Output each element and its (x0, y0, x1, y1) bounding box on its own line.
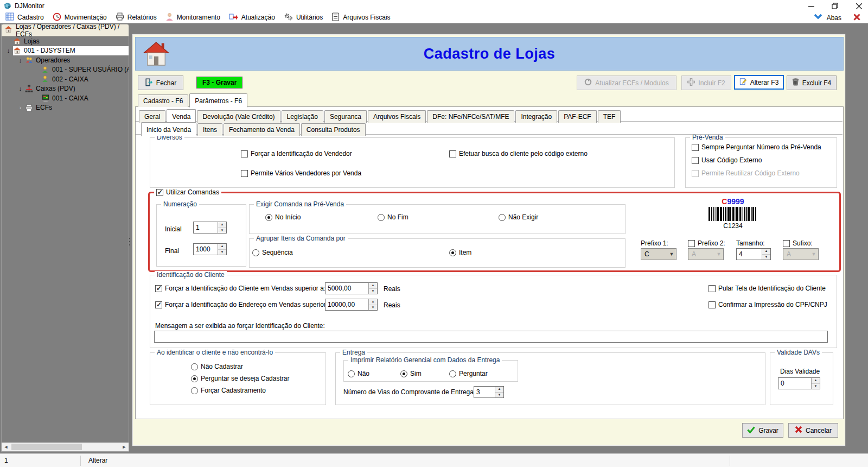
exit-door-icon (145, 78, 153, 88)
tree-item-lojas[interactable]: Lojas (2, 36, 129, 46)
alterar-button[interactable]: Alterar F3 (734, 75, 784, 90)
label-numero-vias: Número de Vias do Comprovante de Entrega… (343, 388, 475, 396)
minimize-button[interactable] (806, 1, 816, 11)
atualizar-ecfs-button[interactable]: Atualizar ECFs / Modulos (577, 75, 676, 90)
gravar-button[interactable]: Gravar (742, 423, 783, 438)
scroll-left-icon[interactable]: ◄ (2, 444, 10, 450)
tab-fechamento-da-venda[interactable]: Fechamento da Venda (224, 123, 300, 136)
abas-close-icon[interactable] (853, 14, 860, 22)
checkbox-sempre-perguntar-prevenda[interactable]: Sempre Perguntar Número da Pré-Venda (692, 143, 821, 151)
menu-item-relatorios[interactable]: Relatórios (113, 12, 163, 23)
tab-integracao[interactable]: Integração (515, 110, 557, 123)
menu-item-arquivos-fiscais[interactable]: Arquivos Fiscais (329, 12, 397, 23)
maximize-button[interactable] (830, 1, 840, 11)
checkbox-forcar-identificacao-cliente[interactable]: Forçar a Identificação do Cliente em Ven… (155, 285, 326, 292)
tree-horizontal-scrollbar[interactable]: ◄ ► (2, 443, 129, 451)
menu-item-cadastro[interactable]: Cadastro (3, 12, 50, 23)
cancelar-button[interactable]: Cancelar (788, 423, 838, 438)
label-inicial: Inicial (165, 225, 182, 233)
incluir-button[interactable]: Incluir F2 (681, 75, 731, 90)
window-title: DJMonitor (15, 2, 44, 10)
tab-seguranca[interactable]: Seguranca (324, 110, 367, 123)
spin-dias-validade[interactable]: 0 ▲▼ (778, 377, 820, 389)
tree-item-001-caixa[interactable]: 001 - CAIXA (2, 93, 129, 103)
tree-item-caixas-pdv[interactable]: ↓ Caixas (PDV) (2, 84, 129, 94)
checkbox-forcar-identificacao-endereco[interactable]: Forçar a Identificação do Endereço em Ve… (155, 301, 333, 308)
checkbox-prefixo2[interactable]: Prefixo 2: (688, 239, 725, 247)
radio-entrega-perguntar[interactable]: Perguntar (449, 370, 488, 377)
radio-item[interactable]: Item (449, 249, 471, 256)
radio-forcar-cadastramento[interactable]: Forçar Cadastramento (191, 387, 266, 394)
radio-no-fim[interactable]: No Fim (378, 213, 409, 221)
menu-item-atualizacao[interactable]: Atualização (227, 12, 282, 23)
table-icon (5, 12, 14, 22)
spin-numeracao-inicial[interactable]: 1 ▲▼ (193, 222, 227, 234)
radio-entrega-sim[interactable]: Sim (400, 370, 422, 377)
checkbox-usar-codigo-externo[interactable]: Usar Código Externo (692, 156, 762, 164)
radio-nao-cadastrar[interactable]: Não Cadastrar (191, 363, 243, 370)
tree-item-operadores[interactable]: ↓ Operadores (2, 55, 129, 65)
checkbox-utilizar-comandas[interactable]: Utilizar Comandas (154, 188, 221, 196)
tab-arquivos-fiscais[interactable]: Arquivos Fiscais (368, 110, 426, 123)
radio-no-inicio[interactable]: No Início (265, 213, 301, 221)
tab-tef[interactable]: TEF (598, 110, 621, 123)
menu-item-utilitarios[interactable]: Utilitários (282, 12, 329, 23)
abas-chevron-icon[interactable] (814, 14, 822, 22)
spin-tamanho[interactable]: 4 ▲▼ (736, 248, 771, 260)
tree-item-001-djsystem[interactable]: ↓ 001 - DJSYSTEM (2, 46, 129, 56)
scroll-right-icon[interactable]: ► (120, 444, 129, 450)
checkbox-forcar-vendedor[interactable]: Forçar a Identificação do Vendedor (241, 150, 352, 157)
tree-panel: Lojas / Operadores / Caixas (PDV) / ECFs… (1, 24, 129, 452)
tab-consulta-produtos[interactable]: Consulta Produtos (301, 123, 366, 136)
tab-legislacao[interactable]: Legislação (282, 110, 323, 123)
checkbox-sufixo[interactable]: Sufixo: (783, 239, 813, 247)
tree-panel-tab[interactable]: Lojas / Operadores / Caixas (PDV) / ECFs (2, 24, 129, 36)
radio-entrega-nao[interactable]: Não (348, 370, 369, 377)
close-button[interactable] (854, 1, 864, 11)
menu-item-movimentacao[interactable]: Movimentação (50, 12, 113, 23)
chevron-down-icon: ▼ (809, 251, 818, 257)
tree-item-001-super-usuario[interactable]: 001 - SUPER USUÁRIO (ALTERE (2, 65, 129, 75)
checkbox-permite-reutilizar-codigo[interactable]: Permite Reutilizar Código Externo (692, 169, 800, 177)
tab-itens[interactable]: Itens (197, 123, 222, 136)
excluir-button[interactable]: Excluir F4 (787, 75, 837, 90)
spin-numeracao-final[interactable]: 1000 ▲▼ (193, 243, 227, 255)
spin-valor-cliente[interactable]: 5000,00 ▲▼ (325, 282, 378, 294)
input-mensagem-cliente[interactable] (154, 331, 828, 343)
radio-sequencia[interactable]: Sequência (252, 249, 293, 256)
scrollbar-thumb[interactable] (11, 444, 82, 450)
house-icon (13, 47, 23, 54)
tab-parametros-f6[interactable]: Parâmetros - F6 (189, 93, 247, 108)
tree-item-ecfs[interactable]: › ECFs (2, 103, 129, 113)
tab-geral[interactable]: Geral (139, 110, 165, 123)
spinner-buttons[interactable]: ▲▼ (218, 222, 226, 233)
radio-perguntar-cadastrar[interactable]: Perguntar se deseja Cadastrar (191, 375, 289, 382)
menu-item-monitoramento[interactable]: Monitoramento (163, 12, 227, 23)
tree-item-002-caixa[interactable]: 002 - CAIXA (2, 74, 129, 84)
combo-prefixo2[interactable]: A▼ (688, 248, 724, 260)
spinner-buttons[interactable]: ▲▼ (218, 244, 226, 255)
combo-prefixo1[interactable]: C▼ (641, 248, 676, 260)
tab-inicio-da-venda[interactable]: Inicio da Venda (141, 122, 196, 136)
spinner-buttons[interactable]: ▲▼ (368, 299, 377, 310)
spinner-buttons[interactable]: ▲▼ (368, 283, 377, 294)
checkbox-busca-codigo-externo[interactable]: Efetuar busca do cliente pelo código ext… (449, 150, 588, 157)
spinner-buttons[interactable]: ▲▼ (495, 387, 503, 397)
spin-valor-endereco[interactable]: 10000,00 ▲▼ (325, 299, 378, 311)
radio-nao-exigir[interactable]: Não Exigir (499, 213, 538, 221)
spinner-buttons[interactable]: ▲▼ (811, 378, 820, 389)
checkbox-pular-tela-identificacao[interactable]: Pular Tela de Identificação do Cliente (709, 285, 826, 292)
tab-cadastro-f6[interactable]: Cadastro - F6 (138, 94, 188, 107)
tab-devolucao[interactable]: Devolução (Vale Crédito) (197, 110, 280, 123)
checkbox-confirmar-impressao-cpf[interactable]: Confirmar a Impressão do CPF/CNPJ (709, 301, 827, 308)
panel-splitter[interactable] (129, 232, 131, 251)
checkbox-varios-vendedores[interactable]: Permite Vários Vendedores por Venda (241, 169, 361, 177)
combo-sufixo[interactable]: A▼ (783, 248, 819, 260)
tab-paf-ecf[interactable]: PAF-ECF (558, 110, 596, 123)
spin-numero-vias[interactable]: 3 ▲▼ (474, 386, 504, 398)
fechar-button[interactable]: Fechar (138, 75, 183, 90)
tab-dfe[interactable]: DFe: NFe/NFCe/SAT/MFE (427, 110, 514, 123)
spinner-buttons[interactable]: ▲▼ (762, 249, 770, 260)
page-title: Cadastro de Lojas (136, 46, 843, 62)
tab-venda[interactable]: Venda (167, 109, 196, 123)
